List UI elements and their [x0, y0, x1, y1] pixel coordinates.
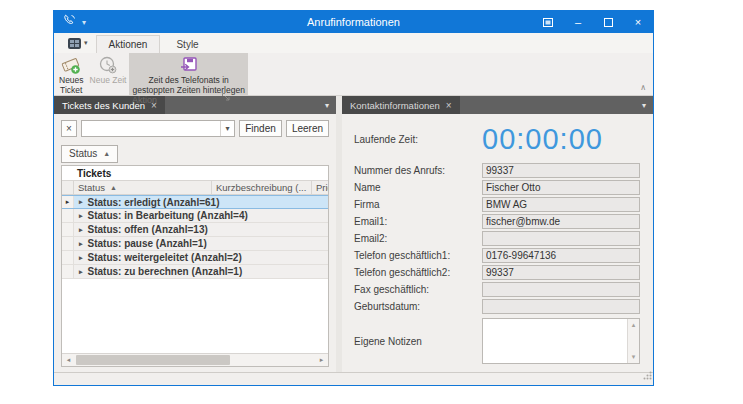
kontakt-panel: Kontaktinformationen × ▾ Laufende Zeit: …: [342, 96, 653, 372]
call-timer: 00:00:00: [482, 124, 603, 154]
group-row-in-bearbeitung[interactable]: ▸Status: in Bearbeitung (Anzahl=4): [62, 209, 328, 223]
timer-row: Laufende Zeit: 00:00:00: [354, 122, 640, 156]
group-by-panel: Status ▲: [61, 143, 329, 163]
chip-label: Status: [69, 148, 97, 159]
leeren-button[interactable]: Leeren: [286, 120, 329, 137]
scroll-left-icon[interactable]: ◂: [62, 354, 75, 366]
email1-input[interactable]: [482, 214, 640, 229]
anrufinformationen-window: ▾ Anrufinformationen – × ▾ Aktionen Styl: [53, 10, 654, 386]
ribbon-tab-row: ▾ Aktionen Style: [54, 33, 653, 53]
field-label: Firma: [354, 199, 482, 210]
chevron-down-icon[interactable]: ▾: [318, 96, 336, 114]
app-menu-icon: [68, 38, 81, 49]
vertical-scrollbar[interactable]: ▴ ▾: [627, 319, 639, 363]
row-indicator: [62, 265, 74, 278]
ticket-plus-icon: [60, 55, 82, 75]
expand-icon[interactable]: ▸: [79, 198, 83, 206]
name-input[interactable]: [482, 180, 640, 195]
field-telefon-geschaeftlich2: Telefon geschäftlich2:: [354, 265, 640, 280]
geburtsdatum-input[interactable]: [482, 299, 640, 314]
clear-filter-button[interactable]: ×: [61, 120, 77, 137]
field-label: Telefon geschäftlich1:: [354, 250, 482, 261]
tickets-panel-body: × ▾ Finden Leeren Status ▲: [54, 114, 336, 372]
row-indicator: [62, 209, 74, 222]
expand-icon[interactable]: ▸: [79, 268, 83, 276]
minimize-button[interactable]: –: [563, 11, 593, 33]
group-row-label: Status: offen (Anzahl=13): [88, 224, 208, 235]
sort-asc-icon: ▲: [110, 184, 117, 191]
group-row-label: Status: erledigt (Anzahl=61): [88, 197, 220, 208]
search-row: × ▾ Finden Leeren: [61, 120, 329, 137]
group-row-pause[interactable]: ▸Status: pause (Anzahl=1): [62, 237, 328, 251]
expand-icon[interactable]: ▸: [79, 212, 83, 220]
firma-input[interactable]: [482, 197, 640, 212]
scroll-up-icon[interactable]: ▴: [632, 319, 636, 331]
qat-dropdown-icon[interactable]: ▾: [82, 18, 86, 27]
eigene-notizen-textarea[interactable]: [483, 319, 627, 363]
search-combobox: ▾: [81, 120, 235, 137]
column-header-prioritaet[interactable]: Priorität: [312, 181, 328, 194]
close-icon[interactable]: ×: [446, 100, 452, 111]
resize-grip[interactable]: [643, 366, 652, 384]
column-header-status[interactable]: Status ▲: [74, 181, 212, 194]
tab-kontaktinformationen[interactable]: Kontaktinformationen ×: [342, 96, 460, 114]
expand-icon[interactable]: ▸: [79, 254, 83, 262]
horizontal-scrollbar[interactable]: ◂ ▸: [62, 353, 328, 366]
neue-zeit-button[interactable]: Neue Zeit: [87, 53, 130, 95]
tickets-panel: Tickets des Kunden × ▾ × ▾ Finden Le: [54, 96, 336, 372]
group-row-offen[interactable]: ▸Status: offen (Anzahl=13): [62, 223, 328, 237]
email2-input[interactable]: [482, 231, 640, 246]
maximize-button[interactable]: [593, 11, 623, 33]
telefon-geschaeftlich1-input[interactable]: [482, 248, 640, 263]
scrollbar-thumb[interactable]: [76, 355, 230, 365]
zeit-hinterlegen-button[interactable]: Zeit des Telefonats in gestoppten Zeiten…: [129, 53, 247, 95]
button-label-line1: Neue Zeit: [90, 75, 127, 85]
row-focus-icon: ▸: [62, 196, 74, 208]
tab-aktionen[interactable]: Aktionen: [96, 35, 161, 53]
tab-style[interactable]: Style: [164, 36, 210, 53]
tickets-grid: Tickets Status ▲ Kurzbeschreibung (...: [61, 165, 329, 367]
group-row-weitergeleitet[interactable]: ▸Status: weitergeleitet (Anzahl=2): [62, 251, 328, 265]
column-header-kurzbeschreibung[interactable]: Kurzbeschreibung (...: [212, 181, 312, 194]
fax-geschaeftlich-input[interactable]: [482, 282, 640, 297]
window-options-icon[interactable]: [533, 11, 563, 33]
ribbon-group-footer: Aktion: [56, 95, 233, 105]
neues-ticket-button[interactable]: Neues Ticket: [56, 53, 87, 95]
group-row-label: Status: weitergeleitet (Anzahl=2): [88, 252, 242, 263]
nummer-des-anrufs-input[interactable]: [482, 163, 640, 178]
field-email2: Email2:: [354, 231, 640, 246]
scroll-down-icon[interactable]: ▾: [632, 351, 636, 363]
tabstrip-spacer: [460, 96, 635, 114]
application-menu-button[interactable]: ▾: [64, 35, 92, 51]
expand-icon[interactable]: ▸: [79, 240, 83, 248]
group-row-label: Status: zu berechnen (Anzahl=1): [88, 266, 243, 277]
finden-button[interactable]: Finden: [239, 120, 282, 137]
titlebar: ▾ Anrufinformationen – ×: [54, 11, 653, 33]
group-row-zu-berechnen[interactable]: ▸Status: zu berechnen (Anzahl=1): [62, 265, 328, 279]
scroll-right-icon[interactable]: ▸: [315, 354, 328, 366]
phone-icon: [63, 13, 76, 31]
group-row-erledigt[interactable]: ▸ ▸Status: erledigt (Anzahl=61): [62, 195, 328, 209]
ribbon-body: Neues Ticket Neue Zeit Ze: [54, 53, 653, 96]
field-email1: Email1:: [354, 214, 640, 229]
combo-dropdown-icon[interactable]: ▾: [220, 121, 234, 136]
collapse-ribbon-icon[interactable]: ∧: [640, 83, 646, 92]
row-indicator: [62, 237, 74, 250]
grid-rows: ▸ ▸Status: erledigt (Anzahl=61) ▸Status:…: [62, 195, 328, 353]
chevron-down-icon[interactable]: ▾: [635, 96, 653, 114]
dialog-launcher-icon[interactable]: [222, 93, 230, 103]
search-input[interactable]: [82, 121, 220, 136]
telefon-geschaeftlich2-input[interactable]: [482, 265, 640, 280]
notes-label: Eigene Notizen: [354, 336, 482, 347]
grid-empty-area: [62, 279, 328, 353]
window-title: Anrufinformationen: [204, 16, 503, 28]
chevron-down-icon: ▾: [84, 39, 88, 47]
expand-icon[interactable]: ▸: [79, 226, 83, 234]
field-label: Nummer des Anrufs:: [354, 165, 482, 176]
close-button[interactable]: ×: [623, 11, 653, 33]
field-nummer-des-anrufs: Nummer des Anrufs:: [354, 163, 640, 178]
ribbon-group-aktion: Neues Ticket Neue Zeit Ze: [54, 53, 236, 95]
row-indicator: [62, 251, 74, 264]
group-by-chip-status[interactable]: Status ▲: [61, 145, 118, 163]
field-fax-geschaeftlich: Fax geschäftlich:: [354, 282, 640, 297]
